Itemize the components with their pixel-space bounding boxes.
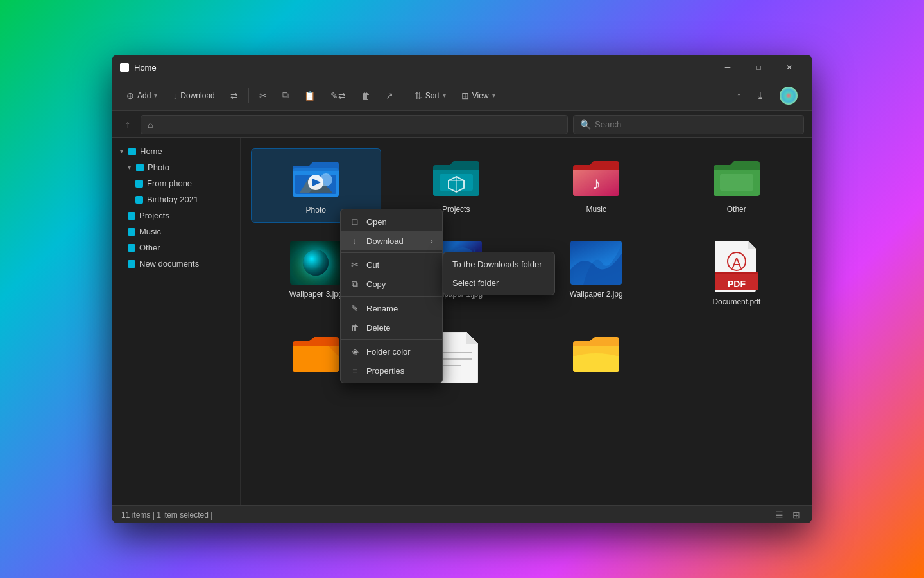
- file-item-music[interactable]: ♪ Music: [531, 148, 662, 223]
- copy-button[interactable]: ⧉: [276, 87, 295, 104]
- other-label: Other: [727, 205, 746, 214]
- status-text: 11 items | 1 item selected |: [121, 511, 212, 520]
- download2-icon: ⤓: [757, 91, 764, 101]
- orange-folder: [290, 332, 341, 376]
- avatar-button[interactable]: [773, 83, 804, 108]
- file-area: Photo Pro: [241, 138, 812, 505]
- wallpaper3-label: Wallpaper 3.jpg: [289, 290, 343, 299]
- sidebar-item-other[interactable]: Other: [112, 240, 240, 256]
- new-docs-icon: [128, 260, 135, 268]
- toolbar-divider-1: [248, 88, 249, 103]
- ctx-rename[interactable]: ✎ Rename: [341, 299, 442, 318]
- up-icon: ↑: [737, 91, 741, 101]
- ctx-delete[interactable]: 🗑 Delete: [341, 318, 442, 337]
- yellow-folder: [570, 332, 622, 376]
- nav-up-button[interactable]: ↑: [120, 116, 135, 133]
- sidebar: ▾ Home ▾ Photo From phone Birthday 2021 …: [112, 138, 241, 505]
- add-icon: ⊕: [126, 91, 134, 101]
- add-button[interactable]: ⊕ Add ▾: [120, 87, 164, 104]
- sidebar-item-new-documents[interactable]: New documents: [112, 256, 240, 272]
- document-label: Document.pdf: [712, 297, 760, 306]
- up-button[interactable]: ↑: [730, 87, 748, 104]
- nav-bar: ↑ ⌂ 🔍: [112, 111, 812, 138]
- sidebar-item-photo[interactable]: ▾ Photo: [112, 159, 240, 175]
- ctx-separator-1: [341, 252, 442, 253]
- file-item-yellow-folder[interactable]: [531, 324, 662, 396]
- view-controls: ☰ ⊞: [773, 509, 803, 521]
- ctx-download[interactable]: ↓ Download › To the Downloads folder Sel…: [341, 231, 442, 250]
- view-button[interactable]: ⊞ View ▾: [455, 87, 502, 104]
- file-item-other[interactable]: Other: [672, 148, 802, 223]
- app-icon: [120, 63, 129, 72]
- cut-button[interactable]: ✂: [253, 87, 273, 104]
- ctx-folder-color[interactable]: ◈ Folder color: [341, 342, 442, 361]
- home-icon: ⌂: [148, 119, 153, 130]
- submenu-to-downloads[interactable]: To the Downloads folder: [443, 255, 554, 274]
- cut-ctx-icon: ✂: [350, 259, 360, 270]
- rename-icon: ✎⇄: [330, 91, 346, 101]
- svg-text:A: A: [732, 255, 741, 271]
- view-icon: ⊞: [461, 91, 469, 101]
- window-controls: ─ □ ✕: [713, 57, 804, 78]
- open-icon: □: [350, 216, 360, 227]
- sort-button[interactable]: ⇅ Sort ▾: [408, 87, 452, 104]
- file-item-document[interactable]: PDF A Document.pdf: [672, 233, 802, 314]
- download2-button[interactable]: ⤓: [750, 87, 771, 104]
- submenu-select-folder[interactable]: Select folder: [443, 274, 554, 292]
- share-button[interactable]: ↗: [379, 87, 400, 104]
- projects-icon: [128, 212, 135, 220]
- paste-button[interactable]: 📋: [298, 87, 321, 104]
- rename-button[interactable]: ✎⇄: [324, 87, 352, 104]
- photo-folder: [290, 157, 341, 200]
- svg-text:♪: ♪: [592, 173, 601, 193]
- sidebar-item-birthday[interactable]: Birthday 2021: [112, 191, 240, 207]
- svg-rect-11: [720, 174, 753, 191]
- music-folder: ♪: [570, 156, 622, 200]
- toolbar: ⊕ Add ▾ ↓ Download ⇄ ✂ ⧉ 📋 ✎⇄ 🗑 ↗: [112, 80, 812, 111]
- svg-rect-15: [715, 272, 758, 274]
- music-icon: [128, 228, 135, 236]
- download-button[interactable]: ↓ Download: [166, 87, 221, 104]
- other-icon: [128, 244, 135, 252]
- folder-color-icon: ◈: [350, 346, 360, 356]
- wallpaper2-thumb: [570, 241, 622, 285]
- birthday-icon: [135, 196, 143, 204]
- sidebar-item-projects[interactable]: Projects: [112, 207, 240, 223]
- download-arrow-icon: ›: [431, 237, 433, 245]
- sidebar-item-music[interactable]: Music: [112, 223, 240, 240]
- ctx-open[interactable]: □ Open: [341, 212, 442, 231]
- svg-text:PDF: PDF: [728, 279, 746, 289]
- ctx-separator-3: [341, 339, 442, 340]
- close-button[interactable]: ✕: [774, 57, 804, 78]
- grid-view-button[interactable]: ⊞: [790, 509, 803, 521]
- minimize-button[interactable]: ─: [713, 57, 742, 78]
- list-view-button[interactable]: ☰: [773, 509, 786, 521]
- title-bar: Home ─ □ ✕: [112, 55, 812, 80]
- toolbar-divider-2: [404, 88, 404, 103]
- delete-icon: 🗑: [361, 91, 370, 101]
- sidebar-item-from-phone[interactable]: From phone: [112, 175, 240, 191]
- avatar: [780, 87, 798, 105]
- delete-button[interactable]: 🗑: [355, 87, 377, 104]
- wallpaper2-label: Wallpaper 2.jpg: [570, 290, 623, 299]
- maximize-button[interactable]: □: [744, 57, 773, 78]
- send-button[interactable]: ⇄: [224, 87, 244, 104]
- ctx-properties[interactable]: ≡ Properties: [341, 361, 442, 380]
- status-bar: 11 items | 1 item selected | ☰ ⊞: [112, 505, 812, 523]
- download-icon: ↓: [173, 91, 177, 101]
- search-icon: 🔍: [580, 119, 591, 130]
- address-bar[interactable]: ⌂: [141, 115, 568, 134]
- sidebar-item-home[interactable]: ▾ Home: [112, 143, 240, 159]
- ctx-cut[interactable]: ✂ Cut: [341, 255, 442, 274]
- window-title: Home: [134, 63, 713, 73]
- from-phone-icon: [135, 180, 143, 188]
- ctx-copy[interactable]: ⧉ Copy: [341, 274, 442, 294]
- rename-ctx-icon: ✎: [350, 303, 360, 313]
- projects-label: Projects: [442, 205, 470, 214]
- ctx-separator-2: [341, 296, 442, 297]
- share-icon: ↗: [386, 91, 393, 101]
- music-label: Music: [586, 205, 606, 214]
- search-bar[interactable]: 🔍: [573, 115, 804, 134]
- search-input[interactable]: [595, 119, 797, 129]
- wallpaper3-thumb: [290, 241, 341, 285]
